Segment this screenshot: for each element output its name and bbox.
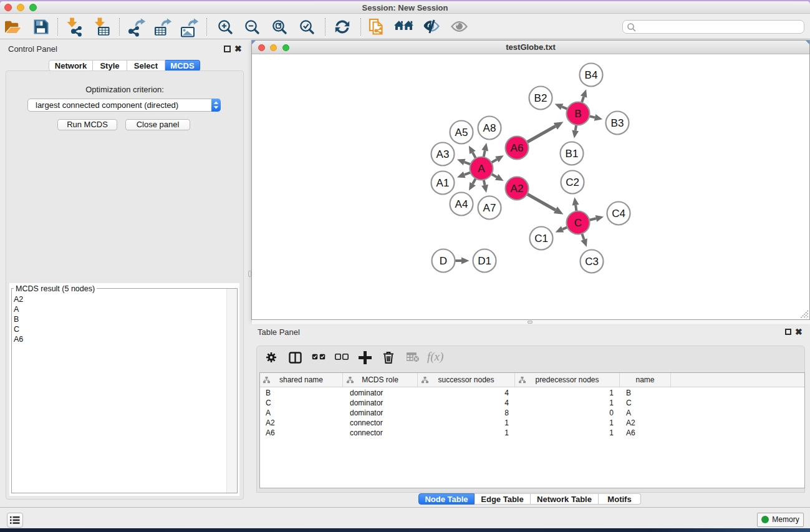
svg-text:A8: A8: [483, 122, 496, 134]
svg-text:B1: B1: [566, 148, 579, 160]
svg-text:D: D: [440, 255, 447, 267]
svg-text:A4: A4: [455, 198, 468, 210]
svg-text:C3: C3: [585, 256, 599, 268]
svg-text:C: C: [574, 217, 582, 229]
svg-text:C2: C2: [566, 177, 579, 188]
svg-text:A5: A5: [455, 127, 468, 138]
svg-text:A3: A3: [436, 148, 450, 160]
svg-text:B4: B4: [585, 69, 598, 81]
svg-text:D1: D1: [478, 255, 491, 267]
svg-text:A7: A7: [483, 202, 496, 214]
svg-text:B: B: [574, 108, 581, 120]
svg-text:A1: A1: [436, 177, 450, 189]
svg-text:B3: B3: [611, 117, 624, 129]
svg-text:B2: B2: [534, 92, 547, 104]
svg-text:C1: C1: [534, 233, 548, 244]
svg-text:A2: A2: [511, 183, 524, 195]
svg-text:A: A: [478, 163, 485, 175]
svg-text:f(x): f(x): [427, 351, 443, 364]
svg-text:A6: A6: [511, 142, 524, 154]
svg-text:C4: C4: [612, 208, 625, 220]
